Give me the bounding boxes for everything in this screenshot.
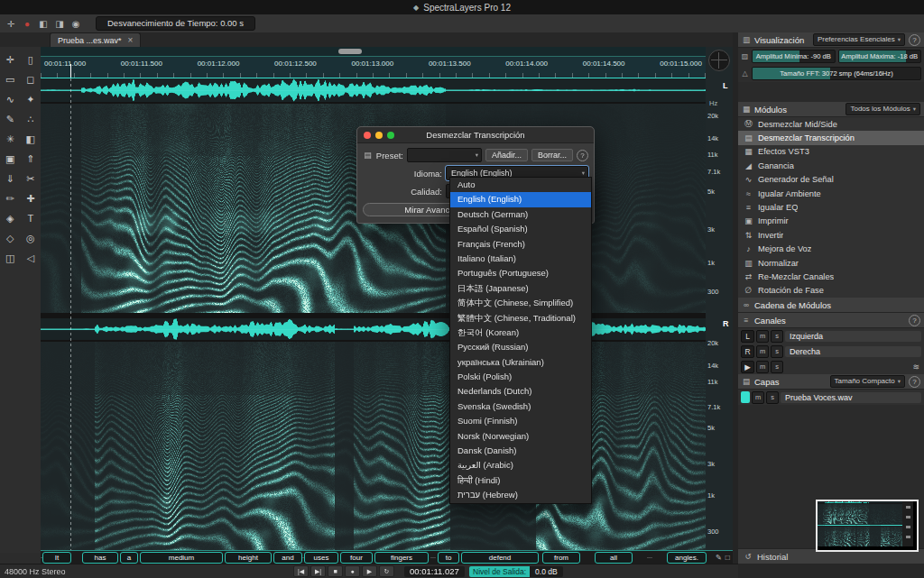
rectangle-selection-tool[interactable]: ◻ [21,69,42,89]
hand-tool[interactable]: ◇ [0,228,21,248]
timeline-scrollbar[interactable] [41,47,706,57]
record-icon[interactable]: ● [21,19,33,29]
modules-filter-dropdown[interactable]: Todos los Módulos ▾ [845,103,920,115]
word-box[interactable]: and [273,552,302,564]
playback-tool[interactable]: ◁ [21,248,42,268]
process-tool[interactable]: ✳ [0,129,21,149]
module-item[interactable]: ≡Igualar EQ [738,200,924,214]
word-box[interactable]: It [42,552,71,564]
select-words-icon[interactable]: □ [725,553,730,562]
module-item[interactable]: ♪Mejora de Voz [738,243,924,256]
frequency-selection-tool[interactable]: ▭ [0,69,21,89]
language-option[interactable]: Polski (Polish) [450,370,591,384]
zoom-tool[interactable]: ◎ [21,228,42,248]
language-option[interactable]: עברית (Hebrew) [450,488,591,502]
word-box[interactable]: fingers [374,552,429,564]
master-play-icon[interactable]: ▶ [741,361,754,373]
visibility-icon[interactable]: ◉ [69,19,82,29]
word-box[interactable]: defend [461,552,539,564]
layer-color-swatch[interactable] [741,391,750,403]
module-item[interactable]: ▦Efectos VST3 [738,145,924,159]
module-item[interactable]: ▣Imprimir [738,215,924,228]
word-box[interactable]: from [542,552,580,564]
preset-dropdown[interactable]: ▾ [407,148,482,162]
language-option[interactable]: 繁體中文 (Chinese, Traditional) [450,311,591,326]
text-tool[interactable]: T [21,208,42,228]
eraser-tool[interactable]: ◧ [21,129,42,149]
stop-button[interactable]: ■ [328,565,343,577]
visualization-preset-dropdown[interactable]: Preferencias Esenciales ▾ [813,33,905,46]
pencil-tool[interactable]: ✏ [0,188,21,208]
zoom-window-icon[interactable] [387,132,394,139]
solo-button[interactable]: s [771,361,783,373]
record-button[interactable]: ● [345,565,360,577]
language-option[interactable]: العربية (Arabic) [450,458,591,472]
channel-row[interactable]: LmsIzquierda [738,328,924,344]
navigation-dial-icon[interactable] [708,50,730,71]
help-icon[interactable]: ? [909,34,920,46]
solo-button[interactable]: s [771,345,783,358]
smudge-tool[interactable]: ◈ [0,208,21,228]
edit-words-icon[interactable]: ✎ [716,553,722,562]
word-box[interactable]: has [82,552,118,564]
channel-row[interactable]: RmsDerecha [738,344,924,359]
language-option[interactable]: українська (Ukrainian) [450,355,591,370]
mute-button[interactable]: m [756,330,769,343]
view-3d-tool[interactable]: ◫ [0,248,21,268]
mixer-icon[interactable]: ≋ [912,362,921,372]
module-item[interactable]: ▥Normalizar [738,256,924,270]
language-option[interactable]: Français (French) [450,237,591,252]
language-option[interactable]: 简体中文 (Chinese, Simplified) [450,296,591,310]
word-box[interactable]: height [225,552,272,564]
language-option[interactable]: English (English) [450,192,591,206]
document-tab[interactable]: Prueba ...es.wav* × [50,32,141,47]
word-box[interactable]: all [595,552,633,564]
mute-button[interactable]: m [756,345,769,358]
word-box[interactable]: angles. [667,552,707,564]
module-item[interactable]: ▤Desmezclar Transcripción [738,131,924,144]
time-selection-tool[interactable]: ▯ [21,50,42,69]
language-option[interactable]: Nederlands (Dutch) [450,384,591,399]
mute-button[interactable]: m [752,391,764,404]
module-item[interactable]: ∅Rotación de Fase [738,284,924,298]
module-item[interactable]: ≈Igualar Ambiente [738,187,924,200]
language-option[interactable]: Español (Spanish) [450,222,591,236]
minimap[interactable] [816,500,919,552]
layer-row[interactable]: m s Prueba Voces.wav [738,390,924,405]
dot-selection-tool[interactable]: ∴ [21,109,42,129]
module-item[interactable]: ⇄Re-Mezclar Canales [738,270,924,283]
language-option[interactable]: हिन्दी (Hindi) [450,473,591,488]
word-box[interactable]: medium [140,552,223,564]
loop-button[interactable]: ↻ [379,565,394,577]
delete-preset-button[interactable]: Borrar... [531,149,573,161]
module-item[interactable]: ⇅Invertir [738,228,924,242]
help-icon[interactable]: ? [909,376,920,388]
amplitude-max-slider[interactable]: Amplitud Máxima: -18 dB [838,50,922,63]
language-option[interactable]: Deutsch (German) [450,207,591,222]
timeline-ruler[interactable]: 00:01:11.00000:01:11.50000:01:12.00000:0… [41,57,706,78]
language-option[interactable]: Auto [450,178,591,192]
language-option[interactable]: Norsk (Norwegian) [450,429,591,444]
preset-menu-icon[interactable]: ▤ [363,151,373,160]
magic-wand-tool[interactable]: ✦ [21,89,42,109]
word-box[interactable]: a [120,552,138,564]
layers-size-dropdown[interactable]: Tamaño Compacto ▾ [830,375,905,388]
minimap-canvas[interactable] [818,501,913,546]
add-preset-button[interactable]: Añadir... [485,149,528,161]
panel-left-icon[interactable]: ◧ [37,19,50,29]
minimize-window-icon[interactable] [375,132,383,139]
fft-size-slider[interactable]: Tamaño FFT: 3072 smp (64ms/16Hz) [752,67,921,80]
amplify-tool[interactable]: ⇑ [21,149,42,169]
heal-tool[interactable]: ✚ [21,188,42,208]
brush-selection-tool[interactable]: ✎ [0,109,21,129]
solo-button[interactable]: s [766,391,779,404]
module-item[interactable]: ∿Generador de Señal [738,173,924,187]
word-box[interactable]: four [340,552,373,564]
language-option[interactable]: Svenska (Swedish) [450,399,591,414]
solo-button[interactable]: s [771,330,783,343]
mute-button[interactable]: m [756,361,769,373]
language-option[interactable]: Русский (Russian) [450,340,591,354]
lasso-selection-tool[interactable]: ∿ [0,89,21,109]
edit-cursor-icon[interactable]: ✛ [5,19,17,29]
language-option[interactable]: Português (Portuguese) [450,266,591,280]
